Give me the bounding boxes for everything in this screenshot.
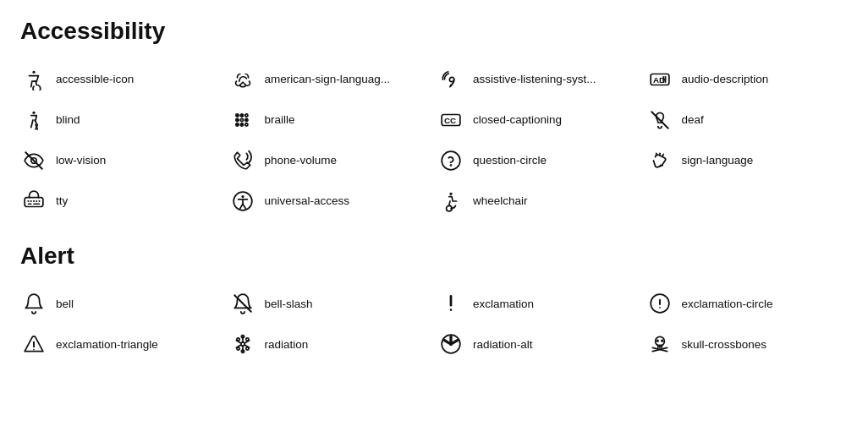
list-item: accessible-icon	[20, 66, 222, 93]
svg-point-15	[240, 123, 243, 125]
list-item: bell	[20, 290, 222, 317]
svg-point-53	[245, 347, 248, 350]
svg-point-56	[236, 338, 239, 341]
asl-label: american-sign-languag...	[265, 73, 391, 85]
radiation-alt-icon	[437, 330, 464, 358]
svg-point-16	[244, 114, 247, 117]
svg-point-12	[235, 123, 238, 125]
accessible-icon	[20, 66, 47, 93]
exclamation-circle-icon	[646, 290, 673, 317]
blind-icon	[20, 107, 47, 134]
svg-point-47	[659, 307, 661, 309]
list-item: braille	[229, 107, 431, 134]
exclamation-triangle-label: exclamation-triangle	[56, 338, 158, 351]
svg-line-39	[243, 204, 245, 208]
list-item: question-circle	[437, 147, 640, 174]
alert-title: Alert	[20, 242, 848, 270]
svg-point-18	[244, 123, 247, 125]
phone-volume-icon	[229, 147, 256, 174]
bell-slash-label: bell-slash	[265, 298, 313, 310]
universal-access-label: universal-access	[265, 194, 350, 207]
list-item: phone-volume	[229, 147, 431, 174]
accessible-icon-label: accessible-icon	[56, 73, 134, 85]
svg-point-40	[449, 192, 452, 194]
list-item: exclamation-triangle	[20, 330, 222, 358]
braille-label: braille	[265, 113, 295, 126]
svg-line-21	[651, 112, 668, 128]
deaf-icon	[646, 107, 673, 134]
list-item: exclamation	[437, 290, 640, 317]
svg-text:CC: CC	[444, 116, 456, 125]
wheelchair-icon	[437, 188, 464, 215]
exclamation-triangle-icon	[20, 330, 47, 358]
radiation-icon	[229, 330, 256, 358]
list-item: sign-language	[646, 147, 849, 174]
exclamation-icon	[437, 290, 464, 317]
list-item: CC closed-captioning	[437, 107, 640, 134]
list-item: american-sign-languag...	[229, 66, 431, 93]
alert-section: Alert bell bell-slash	[20, 242, 848, 358]
sign-language-icon	[646, 147, 673, 174]
accessibility-grid: accessible-icon american-sign-languag...	[20, 66, 848, 215]
list-item: tty	[20, 188, 222, 215]
svg-point-10	[235, 114, 238, 117]
bell-icon	[20, 290, 47, 317]
exclamation-circle-label: exclamation-circle	[682, 298, 773, 310]
list-item: bell-slash	[229, 290, 431, 317]
svg-point-55	[236, 347, 239, 350]
svg-point-7	[32, 111, 35, 113]
bell-label: bell	[56, 298, 74, 310]
svg-point-13	[240, 114, 243, 117]
svg-point-17	[244, 118, 247, 121]
low-vision-label: low-vision	[56, 154, 106, 167]
als-icon	[437, 66, 464, 93]
list-item: low-vision	[20, 147, 222, 174]
svg-point-49	[33, 349, 35, 351]
list-item: wheelchair	[437, 188, 640, 215]
deaf-label: deaf	[682, 113, 704, 126]
list-item: deaf	[646, 107, 849, 134]
universal-access-icon	[229, 188, 256, 215]
svg-rect-26	[25, 197, 43, 206]
closed-captioning-icon: CC	[437, 107, 464, 134]
audio-description-icon: AD	[646, 66, 673, 93]
exclamation-label: exclamation	[473, 298, 534, 310]
accessibility-title: Accessibility	[20, 17, 848, 46]
list-item: skull-crossbones	[646, 330, 849, 358]
list-item: radiation	[229, 330, 431, 358]
audio-description-label: audio-description	[682, 73, 769, 85]
svg-point-25	[450, 164, 451, 165]
low-vision-icon	[20, 147, 47, 174]
svg-point-35	[241, 195, 244, 198]
list-item: AD audio-description	[646, 66, 849, 93]
bell-slash-icon	[229, 290, 256, 317]
radiation-alt-label: radiation-alt	[473, 338, 533, 351]
svg-point-11	[235, 118, 238, 121]
tty-icon	[20, 188, 47, 215]
sign-language-label: sign-language	[682, 154, 754, 167]
tty-label: tty	[56, 194, 68, 207]
svg-point-0	[32, 70, 35, 73]
skull-crossbones-label: skull-crossbones	[682, 338, 767, 351]
list-item: blind	[20, 107, 222, 134]
svg-point-24	[442, 151, 460, 170]
braille-icon	[229, 107, 256, 134]
closed-captioning-label: closed-captioning	[473, 113, 562, 126]
phone-volume-label: phone-volume	[265, 154, 338, 167]
list-item: assistive-listening-syst...	[437, 66, 640, 93]
blind-label: blind	[56, 113, 80, 126]
svg-point-52	[245, 338, 248, 341]
svg-point-61	[661, 340, 663, 342]
svg-point-14	[240, 118, 243, 121]
accessibility-section: Accessibility accessible-icon	[20, 17, 848, 215]
asl-icon	[229, 66, 256, 93]
question-circle-icon	[437, 147, 464, 174]
alert-grid: bell bell-slash exclamation	[20, 290, 848, 358]
svg-point-44	[450, 309, 453, 311]
wheelchair-label: wheelchair	[473, 194, 528, 207]
als-label: assistive-listening-syst...	[473, 73, 596, 85]
list-item: universal-access	[229, 188, 431, 215]
svg-point-60	[656, 340, 658, 342]
skull-crossbones-icon	[646, 330, 673, 358]
list-item: radiation-alt	[437, 330, 640, 358]
